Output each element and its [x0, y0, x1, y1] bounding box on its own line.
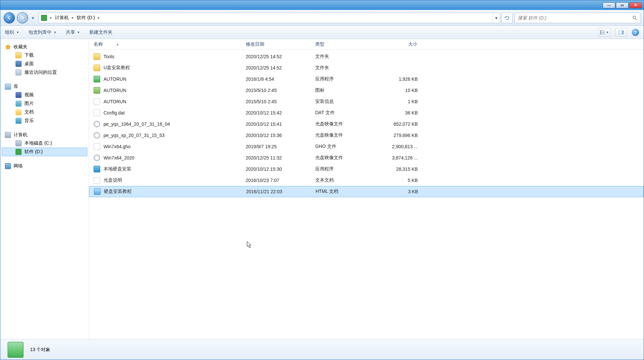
nav-videos[interactable]: 视频: [2, 91, 87, 99]
file-size-cell: 2,900,813 ...: [380, 144, 423, 149]
svg-point-0: [633, 16, 636, 19]
breadcrumb-separator-icon: ▸: [98, 16, 100, 20]
body-area: 收藏夹 下载 桌面 最近访问的位置 库 视频 图片 文档 音乐 计算机: [0, 39, 644, 339]
file-date-cell: 2020/10/12 15:42: [241, 110, 311, 115]
app-icon: [94, 76, 100, 82]
forward-button[interactable]: [17, 12, 28, 23]
disc-icon: [94, 121, 100, 127]
file-name-cell: U盘安装教程: [89, 65, 241, 71]
nav-pictures[interactable]: 图片: [2, 99, 87, 108]
breadcrumb-drive[interactable]: 软件 (D:): [75, 14, 96, 22]
file-name-cell: 光盘说明: [89, 177, 241, 184]
nav-desktop[interactable]: 桌面: [2, 60, 87, 68]
disk-icon: [16, 140, 21, 146]
file-size-cell: 3,874,126 ...: [380, 155, 423, 160]
file-name-cell: Win7x64.gho: [89, 143, 241, 150]
disc-icon: [94, 132, 100, 139]
file-name: 本地硬盘安装: [104, 166, 131, 172]
col-header-size[interactable]: 大小: [380, 39, 423, 49]
file-row[interactable]: pe_yqs_xp_20_07_31_15_532020/10/12 15:36…: [89, 130, 644, 141]
file-row[interactable]: 本地硬盘安装2020/10/12 15:30应用程序28,315 KB: [89, 163, 644, 175]
file-row[interactable]: Config.dat2020/10/12 15:42DAT 文件36 KB: [89, 107, 644, 118]
file-date-cell: 2019/9/7 19:25: [241, 144, 311, 149]
back-button[interactable]: [4, 12, 15, 23]
folder-icon: [16, 52, 21, 58]
file-date-cell: 2020/10/12 15:41: [241, 121, 311, 127]
nav-favorites-label: 收藏夹: [14, 44, 27, 50]
view-list-icon: [600, 30, 605, 34]
explorer-window: — ▭ ✕ ▾ ▸ 计算机 ▸ 软件 (D:) ▸ ▾ 组织▼: [0, 0, 644, 360]
file-row[interactable]: AUTORUN2016/1/8 4:54应用程序1,926 KB: [89, 73, 644, 85]
preview-pane-button[interactable]: [615, 28, 627, 37]
file-name-cell: AUTORUN: [89, 98, 241, 105]
nav-downloads[interactable]: 下载: [2, 51, 87, 60]
view-options-button[interactable]: ▼: [599, 28, 611, 37]
file-name-cell: AUTORUN: [89, 76, 241, 82]
file-type-cell: 应用程序: [311, 166, 380, 172]
file-row[interactable]: AUTORUN2015/5/10 2:45安装信息1 KB: [89, 96, 644, 107]
minimize-button[interactable]: —: [603, 2, 615, 8]
help-button[interactable]: ?: [632, 29, 639, 36]
file-size-cell: 652,072 KB: [380, 121, 423, 127]
nav-music[interactable]: 音乐: [2, 116, 87, 125]
nav-computer[interactable]: 计算机: [2, 131, 87, 139]
file-row[interactable]: Win7x64_20202020/12/25 11:32光盘映像文件3,874,…: [89, 152, 644, 163]
col-header-name[interactable]: 名称▲: [89, 39, 241, 49]
nav-favorites[interactable]: 收藏夹: [2, 43, 87, 51]
nav-history-dropdown[interactable]: ▾: [30, 13, 35, 23]
col-header-type[interactable]: 类型: [311, 39, 380, 49]
install-icon: [94, 166, 100, 172]
file-type-cell: 光盘映像文件: [311, 155, 380, 161]
refresh-button[interactable]: [501, 13, 513, 23]
title-bar: — ▭ ✕: [0, 0, 644, 10]
file-name-cell: AUTORUN: [89, 87, 241, 94]
nav-recent[interactable]: 最近访问的位置: [2, 68, 87, 77]
file-size-cell: 1,926 KB: [380, 76, 423, 82]
file-row[interactable]: pe_yqs_1064_20_07_31_16_042020/10/12 15:…: [89, 118, 644, 130]
file-name-cell: pe_yqs_1064_20_07_31_16_04: [89, 121, 241, 127]
nav-local-disk-c[interactable]: 本地磁盘 (C:): [2, 139, 87, 148]
breadcrumb-computer[interactable]: 计算机: [54, 14, 70, 22]
status-bar: 13 个对象: [0, 339, 644, 360]
search-input[interactable]: [518, 15, 632, 21]
maximize-button[interactable]: ▭: [616, 2, 628, 8]
nav-libraries[interactable]: 库: [2, 83, 87, 91]
videos-icon: [16, 92, 21, 98]
file-row[interactable]: Tools2020/12/25 14:52文件夹: [89, 51, 644, 62]
nav-network[interactable]: 网络: [2, 162, 87, 170]
svg-line-1: [635, 19, 637, 20]
svg-rect-3: [600, 32, 601, 33]
address-bar[interactable]: ▸ 计算机 ▸ 软件 (D:) ▸ ▾: [39, 13, 500, 23]
file-name-cell: Win7x64_2020: [89, 155, 241, 161]
close-button[interactable]: ✕: [629, 2, 642, 8]
share-menu[interactable]: 共享▼: [66, 29, 80, 35]
arrow-left-icon: [7, 15, 12, 21]
include-library-menu[interactable]: 包含到库中▼: [28, 29, 57, 35]
search-box[interactable]: [515, 13, 640, 23]
address-row: ▾ ▸ 计算机 ▸ 软件 (D:) ▸ ▾: [0, 10, 644, 26]
file-name: AUTORUN: [104, 88, 126, 93]
file-name: pe_yqs_1064_20_07_31_16_04: [104, 121, 170, 127]
organize-menu[interactable]: 组织▼: [5, 29, 19, 35]
file-row[interactable]: Win7x64.gho2019/9/7 19:25GHO 文件2,900,813…: [89, 141, 644, 152]
new-folder-button[interactable]: 新建文件夹: [89, 29, 112, 35]
file-name-cell: pe_yqs_xp_20_07_31_15_53: [89, 132, 241, 139]
file-row[interactable]: AUTORUN2015/5/10 2:45图标10 KB: [89, 85, 644, 96]
nav-documents[interactable]: 文档: [2, 108, 87, 116]
star-icon: [5, 44, 11, 50]
file-date-cell: 2020/12/25 14:52: [241, 54, 311, 59]
file-type-cell: 文件夹: [311, 65, 380, 71]
recent-icon: [16, 69, 21, 75]
library-icon: [5, 84, 11, 90]
file-icon: [94, 177, 100, 184]
nav-software-d[interactable]: 软件 (D:): [2, 148, 87, 156]
folder-icon: [94, 65, 100, 71]
file-row[interactable]: U盘安装教程2020/12/25 14:52文件夹: [89, 62, 644, 73]
file-row[interactable]: 光盘说明2016/10/23 7:07文本文档5 KB: [89, 175, 644, 186]
file-name: AUTORUN: [104, 99, 126, 104]
file-date-cell: 2016/10/23 7:07: [241, 178, 311, 183]
address-dropdown[interactable]: ▾: [493, 13, 500, 23]
search-icon: [632, 15, 637, 21]
file-row[interactable]: 硬盘安装教程2016/11/21 22:03HTML 文档3 KB: [89, 186, 644, 197]
col-header-date[interactable]: 修改日期: [241, 39, 311, 49]
